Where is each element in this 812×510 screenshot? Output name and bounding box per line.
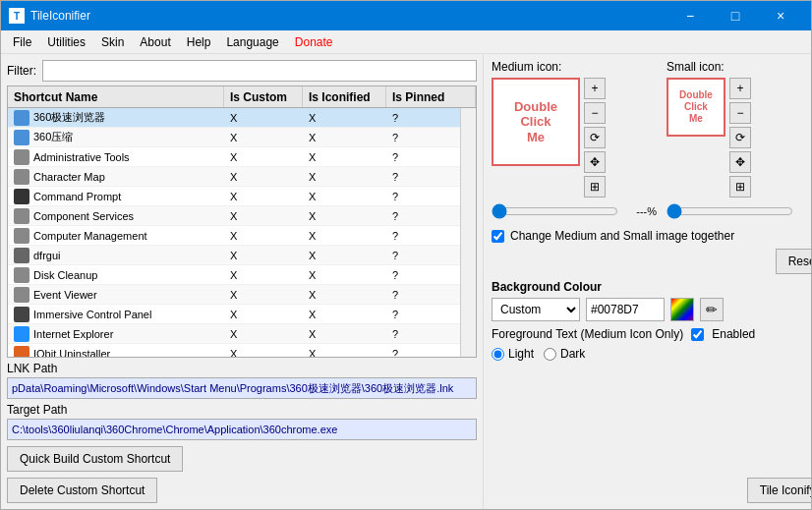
row-icon bbox=[14, 208, 29, 224]
title-bar: T TileIconifier − □ × bbox=[1, 1, 811, 30]
target-path-label: Target Path bbox=[7, 403, 477, 417]
radio-light[interactable] bbox=[492, 348, 504, 361]
menu-help[interactable]: Help bbox=[179, 33, 219, 51]
row-name-text: dfrgui bbox=[33, 250, 61, 261]
table-row[interactable]: Disk CleanupXX? bbox=[8, 265, 460, 285]
col-header-custom: Is Custom bbox=[224, 86, 303, 107]
small-size-slider[interactable] bbox=[667, 203, 793, 219]
table-cell-custom: X bbox=[224, 289, 303, 301]
table-row[interactable]: Event ViewerXX? bbox=[8, 285, 460, 305]
table-cell-custom: X bbox=[224, 328, 303, 340]
table-cell-custom: X bbox=[224, 171, 303, 183]
tile-iconify-button[interactable]: Tile Iconify! bbox=[747, 478, 811, 503]
table-cell-custom: X bbox=[224, 250, 303, 261]
medium-icon-label: Medium icon: bbox=[492, 60, 657, 74]
filter-input[interactable] bbox=[42, 60, 477, 82]
window-controls: − □ × bbox=[667, 1, 803, 30]
menu-file[interactable]: File bbox=[5, 33, 39, 51]
small-extra-button[interactable]: ⊞ bbox=[729, 176, 751, 198]
table-row[interactable]: Character MapXX? bbox=[8, 167, 460, 187]
table-cell-pinned: ? bbox=[386, 112, 460, 124]
delete-custom-button[interactable]: Delete Custom Shortcut bbox=[7, 478, 157, 503]
colour-picker-button[interactable]: ✏ bbox=[700, 298, 724, 321]
table-cell-custom: X bbox=[224, 230, 303, 242]
table-cell-pinned: ? bbox=[386, 309, 460, 320]
table-cell-custom: X bbox=[224, 269, 303, 281]
colour-hex-input[interactable] bbox=[586, 298, 665, 321]
medium-zoom-out-button[interactable]: − bbox=[584, 102, 606, 124]
menu-donate[interactable]: Donate bbox=[287, 33, 341, 51]
small-zoom-in-button[interactable]: + bbox=[729, 78, 751, 99]
menu-utilities[interactable]: Utilities bbox=[39, 33, 93, 51]
reset-button[interactable]: Reset bbox=[776, 249, 811, 274]
row-name-text: Internet Explorer bbox=[33, 328, 113, 340]
table-scroll[interactable]: 360极速浏览器XX?360压缩XX?Administrative ToolsX… bbox=[8, 108, 460, 357]
table-row[interactable]: Command PromptXX? bbox=[8, 187, 460, 206]
maximize-button[interactable]: □ bbox=[713, 1, 758, 30]
medium-size-slider[interactable] bbox=[492, 203, 618, 219]
table-cell-name: Event Viewer bbox=[8, 287, 224, 303]
bg-colour-label: Background Colour bbox=[492, 280, 811, 294]
bg-colour-dropdown[interactable]: Custom None Tile Colour bbox=[492, 298, 580, 321]
medium-icon-text: DoubleClickMe bbox=[510, 95, 561, 149]
menu-language[interactable]: Language bbox=[218, 33, 286, 51]
small-icon-canvas[interactable]: DoubleClickMe bbox=[667, 78, 725, 137]
quick-build-button[interactable]: Quick Build Custom Shortcut bbox=[7, 446, 183, 472]
table-cell-name: Internet Explorer bbox=[8, 326, 224, 342]
main-window: T TileIconifier − □ × File Utilities Ski… bbox=[0, 0, 812, 510]
row-name-text: Computer Management bbox=[33, 230, 147, 242]
table-row[interactable]: 360极速浏览器XX? bbox=[8, 108, 460, 128]
window-title: TileIconifier bbox=[30, 9, 667, 23]
table-cell-custom: X bbox=[224, 191, 303, 202]
small-reset-button[interactable]: ⟳ bbox=[729, 127, 751, 148]
col-header-name: Shortcut Name bbox=[8, 86, 224, 107]
table-cell-name: Immersive Control Panel bbox=[8, 307, 224, 322]
table-row[interactable]: Immersive Control PanelXX? bbox=[8, 305, 460, 324]
filter-label: Filter: bbox=[7, 64, 36, 78]
close-button[interactable]: × bbox=[758, 1, 803, 30]
medium-move-button[interactable]: ✥ bbox=[584, 151, 606, 173]
scrollbar[interactable] bbox=[460, 108, 476, 357]
table-cell-iconified: X bbox=[303, 309, 386, 320]
table-cell-custom: X bbox=[224, 210, 303, 222]
medium-reset-button[interactable]: ⟳ bbox=[584, 127, 606, 148]
medium-icon-canvas[interactable]: DoubleClickMe bbox=[492, 78, 580, 166]
radio-light-label[interactable]: Light bbox=[492, 347, 534, 361]
table-row[interactable]: IObit UninstallerXX? bbox=[8, 344, 460, 357]
menu-skin[interactable]: Skin bbox=[93, 33, 132, 51]
colour-swatch[interactable] bbox=[670, 298, 694, 321]
row-icon bbox=[14, 267, 29, 283]
table-row[interactable]: Administrative ToolsXX? bbox=[8, 147, 460, 167]
small-move-button[interactable]: ✥ bbox=[729, 151, 751, 173]
radio-dark[interactable] bbox=[544, 348, 556, 361]
row-icon bbox=[14, 307, 29, 322]
table-row[interactable]: Internet ExplorerXX? bbox=[8, 324, 460, 344]
table-cell-name: Disk Cleanup bbox=[8, 267, 224, 283]
table-row[interactable]: Component ServicesXX? bbox=[8, 206, 460, 226]
reset-row: Reset bbox=[492, 249, 811, 274]
row-icon bbox=[14, 169, 29, 185]
table-row[interactable]: 360压缩XX? bbox=[8, 128, 460, 147]
table-cell-iconified: X bbox=[303, 151, 386, 163]
target-path-input[interactable] bbox=[7, 419, 477, 440]
small-zoom-out-button[interactable]: − bbox=[729, 102, 751, 124]
menu-about[interactable]: About bbox=[132, 33, 178, 51]
row-icon bbox=[14, 228, 29, 244]
table-cell-name: Computer Management bbox=[8, 228, 224, 244]
table-cell-iconified: X bbox=[303, 348, 386, 358]
small-icon-label: Small icon: bbox=[667, 60, 811, 74]
minimize-button[interactable]: − bbox=[667, 1, 713, 30]
fg-enabled-checkbox[interactable] bbox=[691, 328, 704, 341]
medium-zoom-in-button[interactable]: + bbox=[584, 78, 606, 99]
change-together-checkbox[interactable] bbox=[492, 230, 504, 243]
table-row[interactable]: Computer ManagementXX? bbox=[8, 226, 460, 246]
row-icon bbox=[14, 346, 29, 358]
lnk-path-input[interactable] bbox=[7, 377, 477, 399]
medium-extra-button[interactable]: ⊞ bbox=[584, 176, 606, 198]
table-cell-iconified: X bbox=[303, 210, 386, 222]
table-cell-iconified: X bbox=[303, 191, 386, 202]
bg-colour-row: Custom None Tile Colour ✏ bbox=[492, 298, 811, 321]
table-row[interactable]: dfrguiXX? bbox=[8, 246, 460, 265]
radio-dark-label[interactable]: Dark bbox=[544, 347, 585, 361]
table-cell-name: Character Map bbox=[8, 169, 224, 185]
